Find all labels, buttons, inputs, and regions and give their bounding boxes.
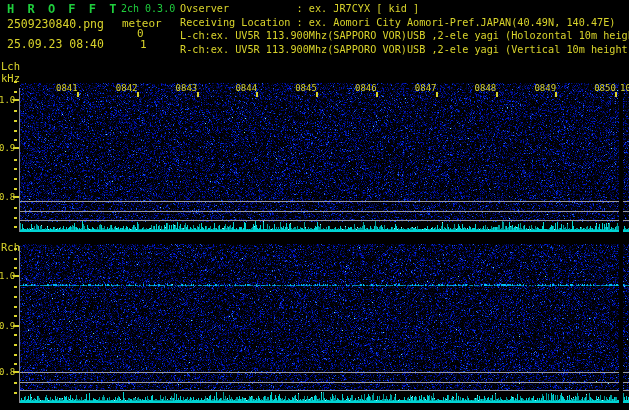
lch-freq-tick-label: 0.8: [0, 192, 14, 202]
rch-freq-tick-label: 0.8: [0, 367, 14, 377]
time-label-partial: 10: [620, 83, 629, 94]
time-label: 0845: [295, 83, 317, 94]
lch-config-line: L-ch:ex. UV5R 113.900Mhz(SAPPORO VOR)USB…: [180, 29, 629, 43]
lch-freq-tick-label: 1.0: [0, 95, 14, 105]
spectrogram-canvas: [0, 0, 629, 410]
time-label: 0842: [116, 83, 138, 94]
time-label: 0850: [594, 83, 616, 94]
time-label: 0844: [235, 83, 257, 94]
app-title: H R O F F T: [7, 3, 119, 16]
rch-config-line: R-ch:ex. UV5R 113.900Mhz(SAPPORO VOR)USB…: [180, 43, 629, 57]
station-info-block: Ovserver : ex. JR7CYX [ kid ] Receiving …: [180, 2, 629, 56]
lch-axis-label: Lch: [1, 61, 20, 72]
time-label: 0847: [415, 83, 437, 94]
time-label: 0841: [56, 83, 78, 94]
output-filename: 2509230840.png: [7, 18, 104, 30]
lch-freq-tick-label: 0.9: [0, 143, 14, 153]
capture-datetime: 25.09.23 08:40: [7, 38, 104, 50]
time-label: 0848: [475, 83, 497, 94]
rch-freq-tick-label: 1.0: [0, 271, 14, 281]
channel-version: 2ch 0.3.0: [121, 4, 175, 15]
hrofft-output-window: H R O F F T 2ch 0.3.0 2509230840.png met…: [0, 0, 629, 410]
receiving-location-line: Receiving Location : ex. Aomori City Aom…: [180, 16, 629, 30]
rch-meteor-count: 1: [140, 39, 147, 51]
observer-line: Ovserver : ex. JR7CYX [ kid ]: [180, 2, 629, 16]
time-label: 0846: [355, 83, 377, 94]
rch-axis-label: Rch: [1, 242, 20, 253]
time-label: 0843: [176, 83, 198, 94]
khz-unit-label: kHz: [1, 73, 20, 84]
rch-freq-tick-label: 0.9: [0, 321, 14, 331]
time-label: 0849: [534, 83, 556, 94]
